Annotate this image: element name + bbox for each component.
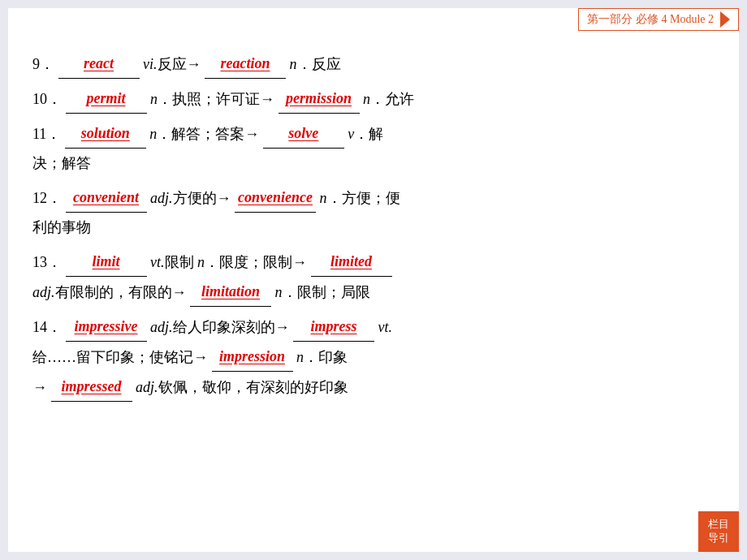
entry-14: 14． impressive adj.给人印象深刻的→ impress vt. … xyxy=(32,312,715,402)
entry-14-text6: adj.钦佩，敬仰，有深刻的好印象 xyxy=(136,379,348,395)
entry-14-text3: 给……留下印象；使铭记→ xyxy=(32,349,208,365)
entry-12-text2: n．方便；便 xyxy=(320,190,400,206)
header-tag: 第一部分 必修 4 Module 2 xyxy=(578,8,739,31)
entry-13-text2: adj.有限制的，有限的→ xyxy=(32,284,187,300)
entry-14-word1: impressive xyxy=(75,318,138,334)
entry-11-text2: v．解 xyxy=(348,126,383,142)
entry-11-text3: 决；解答 xyxy=(32,155,91,171)
entry-11-number: 11． xyxy=(32,126,61,142)
header-label: 第一部分 必修 4 Module 2 xyxy=(587,12,714,27)
entry-11-text1: n．解答；答案→ xyxy=(149,126,259,142)
entry-12-word1: convenient xyxy=(73,189,139,205)
entry-14-word2: impress xyxy=(311,318,357,334)
entry-14-blank3: impression xyxy=(212,342,293,372)
entry-9-blank1: react xyxy=(58,49,140,79)
entry-11-word2: solve xyxy=(288,125,318,141)
entry-13-word1: limit xyxy=(92,253,119,269)
entry-13-word2: limited xyxy=(330,253,372,269)
entry-9-text1: vi.反应→ xyxy=(143,56,201,72)
entry-12-word2: convenience xyxy=(238,189,313,205)
main-content: 第一部分 必修 4 Module 2 9． react vi.反应→ react… xyxy=(8,8,739,552)
entry-14-word4: impressed xyxy=(62,378,122,394)
corner-line2: 导引 xyxy=(708,532,729,545)
entry-14-blank4: impressed xyxy=(51,372,132,402)
entry-13: 13． limit vt.限制 n．限度；限制→ limited adj.有限制… xyxy=(32,247,715,307)
entry-9: 9． react vi.反应→ reaction n．反应 xyxy=(32,49,715,79)
entry-12-text3: 利的事物 xyxy=(32,219,91,235)
entry-14-blank1: impressive xyxy=(66,312,147,342)
entry-10-text1: n．执照；许可证→ xyxy=(150,91,274,107)
entry-13-text3: n．限制；局限 xyxy=(275,284,370,300)
entry-12-text1: adj.方便的→ xyxy=(150,190,231,206)
entry-10-text2: n．允许 xyxy=(363,91,414,107)
entry-10-blank1: permit xyxy=(66,84,147,114)
entry-10-blank2: permission xyxy=(279,84,360,114)
entry-10-word2: permission xyxy=(286,90,352,106)
entry-9-blank2: reaction xyxy=(205,49,286,79)
entry-14-text1: adj.给人印象深刻的→ xyxy=(150,319,290,335)
entry-13-blank2: limited xyxy=(311,247,392,277)
entry-13-text1: vt.限制 n．限度；限制→ xyxy=(150,254,307,270)
entry-9-number: 9． xyxy=(32,56,54,72)
entry-12-blank1: convenient xyxy=(66,183,147,213)
content-area: 9． react vi.反应→ reaction n．反应 10． permit… xyxy=(32,49,715,402)
entry-13-blank3: limitation xyxy=(190,277,271,307)
entry-9-word1: react xyxy=(84,55,114,71)
entry-12: 12． convenient adj.方便的→ convenience n．方便… xyxy=(32,183,715,242)
entry-9-word2: reaction xyxy=(221,55,270,71)
arrow-icon xyxy=(720,11,730,28)
entry-11-word1: solution xyxy=(81,125,130,141)
entry-14-text2: vt. xyxy=(378,319,393,335)
corner-button[interactable]: 栏目 导引 xyxy=(698,511,739,552)
entry-14-blank2: impress xyxy=(293,312,374,342)
entry-10-word1: permit xyxy=(87,90,126,106)
entry-9-text2: n．反应 xyxy=(290,56,341,72)
entry-10: 10． permit n．执照；许可证→ permission n．允许 xyxy=(32,84,715,114)
entry-14-text5: → xyxy=(32,379,47,395)
entry-12-number: 12． xyxy=(32,190,62,206)
entry-11-blank2: solve xyxy=(263,118,344,149)
entry-14-number: 14． xyxy=(32,319,62,335)
entry-13-blank1: limit xyxy=(66,247,147,277)
entry-12-blank2: convenience xyxy=(235,183,316,213)
entry-14-text4: n．印象 xyxy=(296,349,348,365)
entry-11-blank1: solution xyxy=(65,118,146,149)
entry-10-number: 10． xyxy=(32,91,62,107)
entry-13-number: 13． xyxy=(32,254,62,270)
corner-line1: 栏目 xyxy=(708,518,729,532)
entry-11: 11． solution n．解答；答案→ solve v．解 决；解答 xyxy=(32,118,715,178)
entry-13-word3: limitation xyxy=(201,283,260,299)
entry-14-word3: impression xyxy=(219,348,285,364)
